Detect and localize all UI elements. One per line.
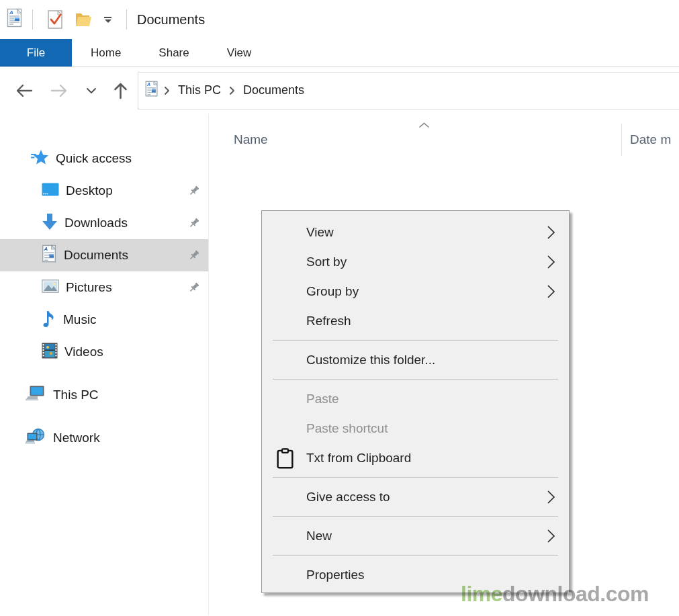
sidebar-item-label: Desktop <box>66 183 113 198</box>
sidebar-item-label: Videos <box>64 345 103 359</box>
column-header-date-modified[interactable]: Date m <box>630 132 671 147</box>
sidebar-item-downloads[interactable]: Downloads <box>0 207 208 239</box>
column-header-row: Name Date m <box>209 124 679 156</box>
menu-separator <box>262 551 569 560</box>
sidebar-item-label: Quick access <box>56 151 132 166</box>
sidebar-item-videos[interactable]: Videos <box>0 336 208 368</box>
back-arrow-icon[interactable] <box>15 83 33 98</box>
menu-item-paste: Paste <box>262 384 569 414</box>
menu-item-label: View <box>306 225 334 240</box>
menu-item-sort-by[interactable]: Sort by <box>262 247 569 277</box>
menu-item-label: New <box>306 529 332 543</box>
tab-view[interactable]: View <box>208 39 271 67</box>
customize-dropdown-icon[interactable] <box>104 17 111 23</box>
navigation-pane: Quick access Desktop Downloads <box>0 114 209 615</box>
sidebar-item-desktop[interactable]: Desktop <box>0 175 208 207</box>
sidebar-item-pictures[interactable]: Pictures <box>0 271 208 304</box>
menu-item-new[interactable]: New <box>262 521 569 551</box>
sidebar-item-label: Music <box>63 312 97 327</box>
pin-icon <box>188 249 200 265</box>
context-menu: View Sort by Group by Refresh Customize … <box>261 210 570 593</box>
breadcrumb-this-pc[interactable]: This PC <box>175 83 224 97</box>
recent-locations-chevron-icon[interactable] <box>86 87 97 94</box>
menu-item-label: Group by <box>306 284 359 299</box>
desktop-icon <box>42 183 59 200</box>
sidebar-item-label: Network <box>53 431 100 445</box>
tab-home[interactable]: Home <box>72 39 140 67</box>
sidebar-item-network[interactable]: Network <box>0 422 208 454</box>
ribbon-tab-bar: File Home Share View <box>0 39 679 67</box>
menu-item-txt-from-clipboard[interactable]: Txt from Clipboard <box>262 443 569 473</box>
menu-item-label: Give access to <box>306 490 390 504</box>
pin-icon <box>188 217 200 232</box>
folder-document-icon: A <box>145 81 159 101</box>
menu-item-label: Sort by <box>306 255 347 269</box>
column-resize-divider[interactable] <box>621 124 622 156</box>
menu-item-label: Txt from Clipboard <box>306 451 411 466</box>
music-icon <box>42 309 56 331</box>
menu-item-group-by[interactable]: Group by <box>262 277 569 306</box>
tab-share[interactable]: Share <box>140 39 208 67</box>
network-icon <box>24 428 45 449</box>
menu-item-view[interactable]: View <box>262 218 569 247</box>
menu-item-refresh[interactable]: Refresh <box>262 306 569 336</box>
document-icon: A <box>42 245 57 267</box>
breadcrumb-documents[interactable]: Documents <box>240 83 307 97</box>
watermark-prefix: lime <box>461 582 502 606</box>
pin-icon <box>188 185 200 200</box>
breadcrumb-chevron-icon[interactable] <box>164 86 170 95</box>
properties-check-icon[interactable] <box>46 9 64 30</box>
downloads-icon <box>42 213 58 234</box>
column-header-name[interactable]: Name <box>209 132 268 147</box>
menu-item-label: Refresh <box>306 314 351 328</box>
tab-file[interactable]: File <box>0 39 72 67</box>
quick-access-star-icon <box>31 148 49 169</box>
sidebar-section-gap <box>0 368 208 379</box>
sidebar-section-gap <box>0 411 208 422</box>
sidebar-item-label: Downloads <box>64 216 128 230</box>
menu-item-customize-this-folder[interactable]: Customize this folder... <box>262 345 569 375</box>
window-title: Documents <box>137 12 205 28</box>
watermark-suffix: download.com <box>502 582 649 606</box>
menu-separator <box>262 375 569 384</box>
videos-icon <box>42 343 58 362</box>
menu-item-paste-shortcut: Paste shortcut <box>262 414 569 443</box>
submenu-chevron-icon <box>547 529 555 547</box>
sidebar-item-this-pc[interactable]: This PC <box>0 379 208 411</box>
file-explorer-window: A Documents File Home Share View <box>0 0 679 616</box>
svg-text:A: A <box>9 9 13 15</box>
this-pc-icon <box>24 385 45 406</box>
sidebar-item-label: Pictures <box>66 280 112 295</box>
submenu-chevron-icon <box>547 284 555 302</box>
menu-separator <box>262 512 569 521</box>
submenu-chevron-icon <box>547 225 555 243</box>
menu-separator <box>262 473 569 482</box>
address-bar[interactable]: A This PC Documents <box>138 72 679 109</box>
pin-icon <box>188 281 200 297</box>
menu-item-give-access-to[interactable]: Give access to <box>262 482 569 512</box>
forward-arrow-icon[interactable] <box>50 83 69 98</box>
pictures-icon <box>42 279 59 296</box>
toolbar-separator <box>32 9 33 30</box>
svg-text:A: A <box>44 245 48 251</box>
menu-item-label: Paste shortcut <box>306 421 388 436</box>
watermark: limedownload.com <box>461 582 649 607</box>
clipboard-icon <box>276 448 294 472</box>
navigation-bar: A This PC Documents <box>0 67 679 114</box>
breadcrumb-chevron-icon[interactable] <box>229 86 235 95</box>
sidebar-item-music[interactable]: Music <box>0 304 208 336</box>
submenu-chevron-icon <box>547 490 555 508</box>
svg-text:A: A <box>146 81 150 87</box>
explorer-document-icon: A <box>7 8 24 31</box>
menu-item-label: Properties <box>306 568 365 582</box>
sidebar-item-label: This PC <box>53 388 99 402</box>
up-arrow-icon[interactable] <box>113 81 128 99</box>
menu-separator <box>262 336 569 345</box>
sidebar-item-label: Documents <box>64 248 128 263</box>
submenu-chevron-icon <box>547 255 555 273</box>
title-bar: A Documents <box>0 0 679 39</box>
toolbar-separator <box>126 9 127 30</box>
sidebar-item-quick-access[interactable]: Quick access <box>0 142 208 175</box>
sidebar-item-documents[interactable]: A Documents <box>0 239 208 271</box>
new-folder-icon[interactable] <box>74 11 93 28</box>
